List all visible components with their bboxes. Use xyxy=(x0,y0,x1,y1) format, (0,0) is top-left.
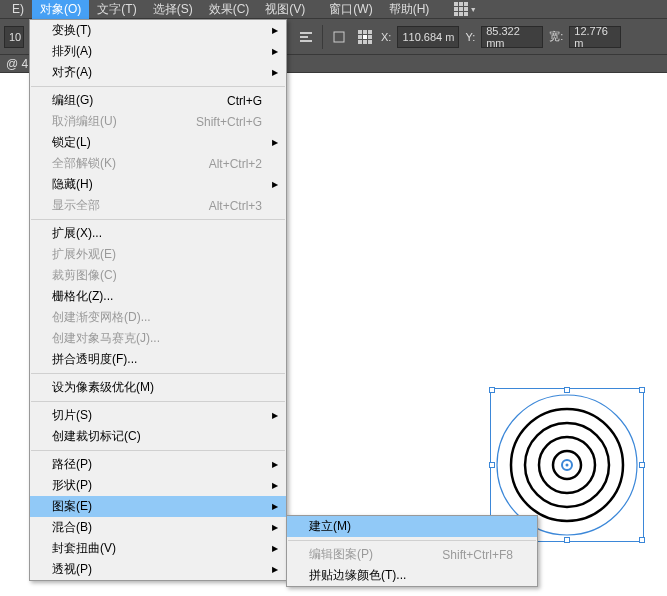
menu-item-label: 扩展外观(E) xyxy=(52,246,116,263)
svg-rect-3 xyxy=(334,32,344,42)
width-field[interactable]: 12.776 m xyxy=(569,26,621,48)
object-menu-separator xyxy=(31,86,285,87)
menubar-item-select[interactable]: 选择(S) xyxy=(145,0,201,20)
menu-item-label: 封套扭曲(V) xyxy=(52,540,116,557)
object-menu-item-21[interactable]: 切片(S)▶ xyxy=(30,405,286,426)
submenu-arrow-icon: ▶ xyxy=(272,180,278,189)
submenu-arrow-icon: ▶ xyxy=(272,565,278,574)
menu-item-label: 创建裁切标记(C) xyxy=(52,428,141,445)
menu-item-shortcut: Shift+Ctrl+F8 xyxy=(442,548,513,562)
submenu-arrow-icon: ▶ xyxy=(272,26,278,35)
svg-rect-1 xyxy=(300,36,308,38)
workspace-switcher-icon[interactable]: ▼ xyxy=(455,0,475,19)
submenu-arrow-icon: ▶ xyxy=(272,460,278,469)
menubar-item-view[interactable]: 视图(V) xyxy=(257,0,313,20)
object-menu-separator xyxy=(31,401,285,402)
object-menu-item-12: 扩展外观(E) xyxy=(30,244,286,265)
menubar-item-object[interactable]: 对象(O) xyxy=(32,0,89,20)
object-menu-item-6[interactable]: 锁定(L)▶ xyxy=(30,132,286,153)
menu-item-label: 图案(E) xyxy=(52,498,92,515)
pattern-submenu-item-0[interactable]: 建立(M) xyxy=(287,516,537,537)
transform-icon[interactable] xyxy=(329,27,349,47)
object-menu-item-15: 创建渐变网格(D)... xyxy=(30,307,286,328)
handle-top-left[interactable] xyxy=(489,387,495,393)
menu-item-label: 切片(S) xyxy=(52,407,92,424)
object-menu-item-4[interactable]: 编组(G)Ctrl+G xyxy=(30,90,286,111)
menu-item-shortcut: Alt+Ctrl+2 xyxy=(209,157,262,171)
object-menu-item-19[interactable]: 设为像素级优化(M) xyxy=(30,377,286,398)
menu-item-label: 路径(P) xyxy=(52,456,92,473)
y-field[interactable]: 85.322 mm xyxy=(481,26,543,48)
y-label: Y: xyxy=(465,31,475,43)
svg-rect-2 xyxy=(300,40,312,42)
menu-item-label: 锁定(L) xyxy=(52,134,91,151)
object-menu-item-11[interactable]: 扩展(X)... xyxy=(30,223,286,244)
menubar-item-window[interactable]: 窗口(W) xyxy=(321,0,380,20)
object-menu-separator xyxy=(31,219,285,220)
handle-bot-right[interactable] xyxy=(639,537,645,543)
width-label: 宽: xyxy=(549,29,563,44)
handle-top-mid[interactable] xyxy=(564,387,570,393)
object-menu-separator xyxy=(31,373,285,374)
object-menu-item-13: 裁剪图像(C) xyxy=(30,265,286,286)
menu-item-shortcut: Ctrl+G xyxy=(227,94,262,108)
menu-item-label: 编辑图案(P) xyxy=(309,546,373,563)
menu-item-label: 变换(T) xyxy=(52,22,91,39)
object-menu-item-0[interactable]: 变换(T)▶ xyxy=(30,20,286,41)
pattern-submenu-item-2: 编辑图案(P)Shift+Ctrl+F8 xyxy=(287,544,537,565)
object-menu-item-8[interactable]: 隐藏(H)▶ xyxy=(30,174,286,195)
submenu-arrow-icon: ▶ xyxy=(272,502,278,511)
align-icon[interactable] xyxy=(296,27,316,47)
menu-item-label: 混合(B) xyxy=(52,519,92,536)
zoom-field[interactable]: 10 xyxy=(4,26,24,48)
menu-item-label: 拼合透明度(F)... xyxy=(52,351,137,368)
menu-item-label: 排列(A) xyxy=(52,43,92,60)
object-menu-item-9: 显示全部Alt+Ctrl+3 xyxy=(30,195,286,216)
object-menu-item-1[interactable]: 排列(A)▶ xyxy=(30,41,286,62)
object-menu-item-24[interactable]: 路径(P)▶ xyxy=(30,454,286,475)
menu-item-label: 创建渐变网格(D)... xyxy=(52,309,151,326)
object-menu-item-16: 创建对象马赛克(J)... xyxy=(30,328,286,349)
object-menu-dropdown: 变换(T)▶排列(A)▶对齐(A)▶编组(G)Ctrl+G取消编组(U)Shif… xyxy=(29,19,287,581)
menubar-item-help[interactable]: 帮助(H) xyxy=(381,0,438,20)
menu-item-label: 扩展(X)... xyxy=(52,225,102,242)
menubar-item-effect[interactable]: 效果(C) xyxy=(201,0,258,20)
object-menu-item-25[interactable]: 形状(P)▶ xyxy=(30,475,286,496)
menubar-item-type[interactable]: 文字(T) xyxy=(89,0,144,20)
menu-item-label: 设为像素级优化(M) xyxy=(52,379,154,396)
handle-mid-right[interactable] xyxy=(639,462,645,468)
object-menu-item-27[interactable]: 混合(B)▶ xyxy=(30,517,286,538)
object-menu-item-5: 取消编组(U)Shift+Ctrl+G xyxy=(30,111,286,132)
object-menu-item-17[interactable]: 拼合透明度(F)... xyxy=(30,349,286,370)
handle-bot-mid[interactable] xyxy=(564,537,570,543)
doc-tab-label[interactable]: @ 4 xyxy=(6,57,28,71)
object-menu-item-22[interactable]: 创建裁切标记(C) xyxy=(30,426,286,447)
submenu-arrow-icon: ▶ xyxy=(272,68,278,77)
x-field[interactable]: 110.684 m xyxy=(397,26,459,48)
pattern-submenu: 建立(M)编辑图案(P)Shift+Ctrl+F8拼贴边缘颜色(T)... xyxy=(286,515,538,587)
menubar: E) 对象(O) 文字(T) 选择(S) 效果(C) 视图(V) 窗口(W) 帮… xyxy=(0,0,667,19)
submenu-arrow-icon: ▶ xyxy=(272,411,278,420)
object-menu-item-7: 全部解锁(K)Alt+Ctrl+2 xyxy=(30,153,286,174)
menu-item-label: 隐藏(H) xyxy=(52,176,93,193)
menu-item-label: 显示全部 xyxy=(52,197,100,214)
submenu-arrow-icon: ▶ xyxy=(272,481,278,490)
menu-item-shortcut: Shift+Ctrl+G xyxy=(196,115,262,129)
object-menu-item-29[interactable]: 透视(P)▶ xyxy=(30,559,286,580)
handle-top-right[interactable] xyxy=(639,387,645,393)
object-menu-item-28[interactable]: 封套扭曲(V)▶ xyxy=(30,538,286,559)
object-menu-item-2[interactable]: 对齐(A)▶ xyxy=(30,62,286,83)
pattern-submenu-separator xyxy=(288,540,536,541)
submenu-arrow-icon: ▶ xyxy=(272,523,278,532)
reference-point-icon[interactable] xyxy=(355,27,375,47)
handle-mid-left[interactable] xyxy=(489,462,495,468)
menu-item-label: 取消编组(U) xyxy=(52,113,117,130)
menu-item-label: 裁剪图像(C) xyxy=(52,267,117,284)
object-menu-item-26[interactable]: 图案(E)▶ xyxy=(30,496,286,517)
pattern-submenu-item-3[interactable]: 拼贴边缘颜色(T)... xyxy=(287,565,537,586)
menubar-item-edit-partial[interactable]: E) xyxy=(4,0,32,18)
menu-item-label: 全部解锁(K) xyxy=(52,155,116,172)
object-menu-item-14[interactable]: 栅格化(Z)... xyxy=(30,286,286,307)
x-label: X: xyxy=(381,31,391,43)
svg-rect-0 xyxy=(300,32,312,34)
